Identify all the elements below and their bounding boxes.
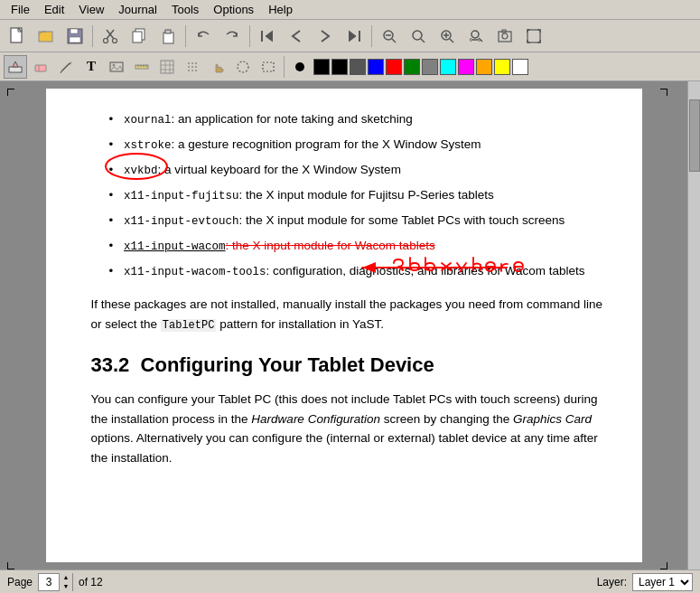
first-page-button[interactable] [254,24,281,49]
circle-select-tool[interactable] [231,55,255,79]
main-toolbar [0,20,700,52]
paste-button[interactable] [154,24,182,49]
zoom-fit-button[interactable] [405,24,432,49]
scrollbar-thumb[interactable] [689,99,700,172]
svg-rect-35 [35,65,46,71]
image-tool[interactable] [105,55,128,79]
page-number-input[interactable] [39,576,59,588]
svg-rect-62 [263,62,274,71]
italic-graphics-card: Graphics Card [513,412,592,426]
eraser-tool[interactable] [29,55,52,79]
svg-marker-34 [13,61,18,67]
section-title-text: Configuring Your Tablet Device [141,353,434,376]
list-item-wacom-tools: x11-input-wacom-tools: configuration, di… [109,259,606,284]
last-page-button[interactable] [341,24,368,49]
color-cyan[interactable] [440,59,456,75]
color-red[interactable] [386,59,402,75]
prev-page-button[interactable] [283,24,310,49]
cut-button[interactable] [97,24,124,49]
screenshot-button[interactable] [491,24,518,49]
svg-rect-14 [165,30,171,33]
svg-point-61 [238,61,248,72]
svg-line-21 [421,39,425,42]
pkg-wacom-tools: x11-input-wacom-tools [124,266,266,278]
zoom-in-button[interactable] [434,24,461,49]
zoom-out-button[interactable] [376,24,403,49]
menu-help[interactable]: Help [261,1,300,18]
fullscreen-button[interactable] [520,24,547,49]
svg-line-19 [392,39,396,42]
grid-tool[interactable] [155,55,179,79]
separator-1 [92,25,93,47]
svg-point-52 [188,62,190,64]
pkg-evtouch-desc: : the X input module for some Tablet PCs… [239,213,565,227]
scrollbar[interactable] [687,81,700,569]
svg-point-10 [113,38,117,42]
page-up-button[interactable]: ▲ [60,573,72,582]
menu-edit[interactable]: Edit [37,1,71,18]
redo-button[interactable] [219,24,246,49]
svg-point-9 [104,38,108,42]
svg-rect-47 [161,61,173,73]
next-page-button[interactable] [312,24,339,49]
menu-file[interactable]: File [4,1,37,18]
list-item-evtouch: x11-input-evtouch: the X input module fo… [109,208,606,233]
color-darkgray[interactable] [350,59,366,75]
color-yellow[interactable] [494,59,510,75]
hand-tool[interactable] [206,55,229,79]
menu-view[interactable]: View [71,1,111,18]
menu-options[interactable]: Options [206,1,261,18]
color-black1[interactable] [313,59,330,75]
zoom-width-button[interactable] [462,24,490,49]
undo-button[interactable] [190,24,217,49]
corner-mark-br [660,562,667,569]
color-orange[interactable] [476,59,492,75]
svg-point-30 [502,33,508,39]
page-down-button[interactable]: ▼ [60,582,72,591]
layer-label: Layer: [597,576,627,588]
separator-2 [185,25,186,47]
svg-line-37 [61,63,70,71]
color-black2[interactable] [331,59,348,75]
menu-journal[interactable]: Journal [111,1,164,18]
copy-button[interactable] [126,24,153,49]
svg-point-20 [413,31,422,40]
rect-select-tool[interactable] [257,55,280,79]
color-green[interactable] [404,59,420,75]
drawing-toolbar: T [0,52,700,81]
svg-point-63 [295,62,304,71]
section-heading: 33.2 Configuring Your Tablet Device [91,349,606,381]
list-item-xvkbd: xvkbd: a virtual keyboard for the X Wind… [109,157,606,183]
menu-tools[interactable]: Tools [164,1,206,18]
svg-point-41 [113,63,116,66]
color-magenta[interactable] [458,59,474,75]
svg-rect-12 [133,32,142,42]
pkg-xstroke-desc: : a gesture recognition program for the … [172,137,481,151]
selector-tool[interactable] [4,55,27,79]
open-button[interactable] [33,24,60,49]
svg-line-39 [61,71,61,73]
color-gray[interactable] [422,59,438,75]
layer-select[interactable]: Layer 1 [632,573,693,591]
svg-marker-38 [70,61,71,65]
save-button[interactable] [61,24,89,49]
page-number-display[interactable]: ▲ ▼ [38,573,73,591]
svg-rect-32 [527,30,540,42]
dots-tool[interactable] [181,55,204,79]
new-button[interactable] [4,24,31,49]
svg-point-55 [188,66,190,68]
pkg-xournal-desc: : an application for note taking and ske… [172,112,413,126]
color-white[interactable] [512,59,528,75]
page-nav-arrows: ▲ ▼ [59,573,72,591]
svg-point-26 [471,31,479,38]
pkg-xvkbd-desc: : a virtual keyboard for the X Window Sy… [158,163,401,176]
color-blue[interactable] [368,59,384,75]
text-tool[interactable]: T [79,55,103,79]
svg-point-59 [191,70,193,71]
separator-3 [249,25,250,47]
pen-tool[interactable] [54,55,78,79]
para-config-text3: options. Alternatively you can configure… [91,431,598,465]
pkg-xstroke: xstroke [124,139,172,152]
color-dot-indicator [288,55,312,79]
ruler-tool[interactable] [130,55,154,79]
